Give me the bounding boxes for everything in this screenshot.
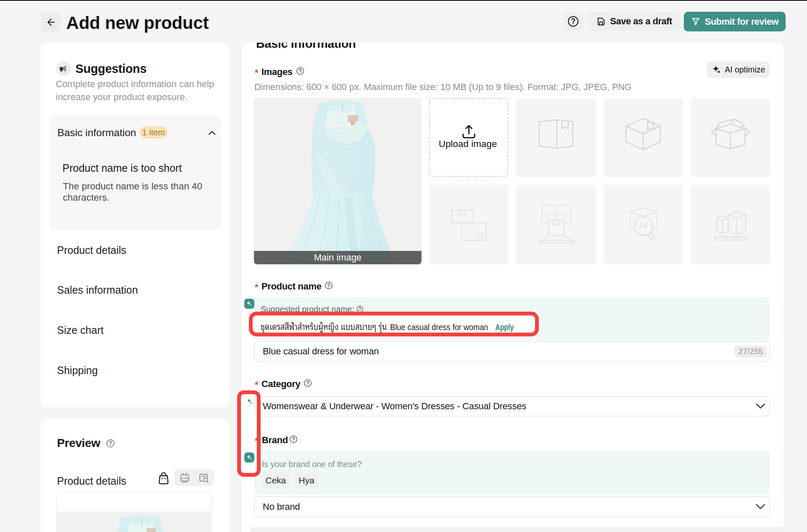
svg-text:Blue casual dress for woman: Blue casual dress for woman [390, 322, 488, 332]
svg-text:LIVE: LIVE [181, 476, 189, 480]
svg-text:Apply: Apply [495, 323, 514, 332]
